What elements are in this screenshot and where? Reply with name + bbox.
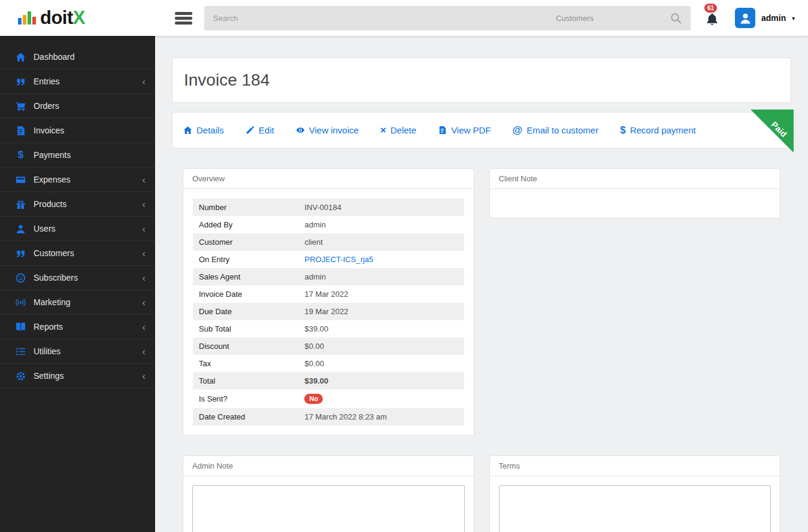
details-button[interactable]: Details [183, 125, 224, 135]
invoice-toolbar: Details Edit View invoice × Delete View … [172, 112, 791, 148]
sidebar-item-products[interactable]: Products ‹ [0, 192, 155, 217]
sidebar-item-orders[interactable]: Orders [0, 94, 155, 118]
logo-barchart-icon [18, 11, 36, 25]
client-note-card: Client Note [489, 168, 781, 218]
home-icon [183, 126, 192, 135]
invoice-title-card: Invoice 184 [172, 57, 791, 103]
user-menu[interactable]: admin ▾ [735, 8, 795, 28]
terms-card: Terms [489, 455, 781, 532]
chevron-left-icon: ‹ [142, 77, 146, 87]
sidebar-item-invoices[interactable]: Invoices [0, 118, 155, 143]
email-to-customer-button[interactable]: @ Email to customer [513, 125, 599, 135]
x-icon: × [380, 125, 386, 135]
terms-textarea[interactable] [499, 485, 771, 532]
client-note-body [490, 189, 780, 218]
invoice-icon [13, 126, 29, 136]
chevron-left-icon: ‹ [142, 199, 146, 209]
table-row: Sales Agentadmin [193, 268, 464, 285]
chevron-left-icon: ‹ [142, 175, 146, 185]
dollar-icon: $ [620, 125, 625, 135]
home-icon [13, 52, 29, 62]
client-note-card-title: Client Note [490, 169, 780, 189]
sidebar-item-users[interactable]: Users ‹ [0, 217, 155, 241]
sidebar-item-marketing[interactable]: Marketing ‹ [0, 290, 155, 315]
view-pdf-button[interactable]: View PDF [438, 125, 491, 135]
eye-icon [296, 126, 305, 135]
table-row: Date Created17 March 2022 8:23 am [193, 408, 464, 425]
chevron-left-icon: ‹ [142, 346, 146, 357]
admin-note-textarea[interactable] [192, 485, 465, 532]
view-invoice-button[interactable]: View invoice [296, 125, 359, 135]
status-badge: No [304, 394, 323, 404]
edit-button[interactable]: Edit [246, 125, 274, 135]
entry-link[interactable]: PROJECT-ICS_rja5 [304, 255, 373, 264]
user-icon [13, 224, 29, 234]
notifications-bell[interactable]: 61 [704, 7, 722, 29]
smiley-icon [13, 273, 29, 283]
sidebar-item-dashboard[interactable]: Dashboard [0, 45, 155, 69]
overview-table: NumberINV-00184 Added Byadmin Customercl… [193, 199, 464, 425]
pencil-icon [246, 126, 255, 135]
chevron-left-icon: ‹ [142, 273, 146, 283]
dollar-icon: $ [13, 149, 29, 161]
chevron-down-icon: ▾ [792, 15, 795, 22]
table-row: Discount$0.00 [193, 338, 464, 355]
app-logo[interactable]: doitX [18, 7, 85, 29]
list-icon [13, 346, 29, 357]
overview-card: Overview NumberINV-00184 Added Byadmin C… [183, 168, 474, 436]
sidebar-item-payments[interactable]: $ Payments [0, 143, 155, 168]
cart-icon [13, 101, 29, 111]
quote-icon [13, 248, 29, 259]
quote-icon [13, 77, 29, 87]
page-title: Invoice 184 [184, 71, 779, 90]
chevron-left-icon: ‹ [142, 371, 146, 381]
main-content: Invoice 184 Details Edit View invoice × … [156, 36, 808, 532]
logo-text: doitX [40, 7, 85, 29]
sidebar-item-utilities[interactable]: Utilities ‹ [0, 339, 155, 364]
sidebar-item-settings[interactable]: Settings ‹ [0, 364, 155, 388]
admin-note-card: Admin Note [183, 455, 474, 532]
notification-count-badge: 61 [704, 4, 717, 13]
search-bar: Customers [204, 6, 691, 31]
record-payment-button[interactable]: $ Record payment [620, 125, 696, 135]
search-input[interactable] [213, 14, 556, 23]
chevron-left-icon: ‹ [142, 322, 146, 332]
table-row: NumberINV-00184 [193, 199, 464, 216]
table-row: Invoice Date17 Mar 2022 [193, 285, 464, 303]
overview-card-title: Overview [183, 169, 474, 189]
table-row: Customerclient [193, 233, 464, 251]
top-header: doitX Customers 61 admin ▾ [0, 0, 808, 36]
search-context-label[interactable]: Customers [556, 14, 594, 23]
avatar [735, 8, 755, 28]
table-row: Due Date19 Mar 2022 [193, 303, 464, 320]
sidebar: Dashboard Entries ‹ Orders Invoices $ Pa… [0, 36, 156, 532]
table-row: Sub Total$39.00 [193, 320, 464, 338]
delete-button[interactable]: × Delete [380, 125, 416, 135]
terms-card-title: Terms [490, 456, 780, 476]
user-name: admin [761, 13, 786, 23]
table-row: On EntryPROJECT-ICS_rja5 [193, 251, 464, 268]
table-row: Is Sent?No [193, 390, 464, 408]
credit-card-icon [13, 175, 29, 185]
sidebar-item-reports[interactable]: Reports ‹ [0, 315, 155, 339]
paid-ribbon: Paid [750, 110, 794, 153]
chevron-left-icon: ‹ [142, 224, 146, 234]
gift-icon [13, 199, 29, 209]
sidebar-item-subscribers[interactable]: Subscribers ‹ [0, 266, 155, 290]
table-row: Total$39.00 [193, 372, 464, 390]
table-row: Tax$0.00 [193, 355, 464, 372]
menu-toggle-icon[interactable] [175, 10, 192, 26]
book-icon [13, 322, 29, 332]
at-icon: @ [513, 125, 523, 135]
table-row: Added Byadmin [193, 216, 464, 233]
sidebar-item-customers[interactable]: Customers ‹ [0, 241, 155, 266]
pdf-icon [438, 126, 447, 135]
sidebar-item-entries[interactable]: Entries ‹ [0, 69, 155, 94]
admin-note-card-title: Admin Note [183, 456, 474, 476]
bell-icon [704, 12, 720, 28]
gear-icon [13, 371, 29, 381]
chevron-left-icon: ‹ [142, 297, 146, 308]
sidebar-item-expenses[interactable]: Expenses ‹ [0, 168, 155, 192]
chevron-left-icon: ‹ [142, 248, 146, 259]
search-icon[interactable] [670, 13, 682, 24]
